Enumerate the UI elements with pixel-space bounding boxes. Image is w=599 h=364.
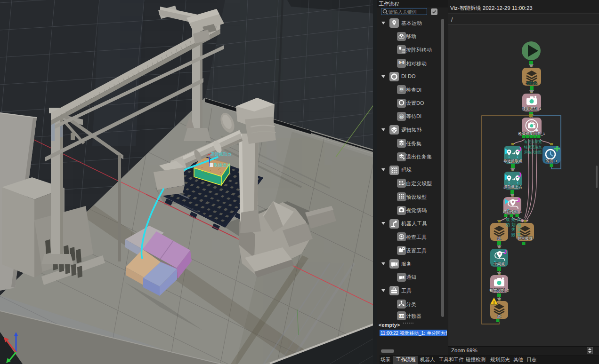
- svg-text:等待_1: 等待_1: [546, 159, 558, 163]
- svg-text:规划失败: 规划失败: [511, 217, 516, 237]
- svg-text:靠近抓取点: 靠近抓取点: [210, 152, 232, 157]
- svg-text:123: 123: [399, 314, 404, 317]
- svg-text:J: J: [518, 145, 521, 152]
- svg-text:!: !: [494, 300, 495, 305]
- svg-text:初始化: 初始化: [526, 81, 537, 85]
- svg-text:取接近点: 取接近点: [214, 163, 231, 167]
- svg-text:DI: DI: [400, 87, 403, 91]
- svg-text:DI: DI: [400, 115, 403, 118]
- svg-text:Viz-智能拆垛 2022-12-29 11:00:23: Viz-智能拆垛 2022-12-29 11:00:23: [450, 5, 533, 11]
- svg-text:有无未采完: 有无未采完: [524, 140, 542, 144]
- svg-text:视觉识别_1: 视觉识别_1: [522, 107, 542, 111]
- svg-text:J: J: [503, 248, 507, 255]
- svg-text:策略成拍照: 策略成拍照: [524, 150, 542, 154]
- svg-text:靠近抓取点: 靠近抓取点: [503, 159, 522, 163]
- svg-text:J: J: [518, 171, 521, 178]
- svg-text:视觉识别_2: 视觉识别_2: [489, 288, 509, 293]
- svg-text:J: J: [517, 197, 520, 204]
- svg-text:抓: 抓: [497, 236, 501, 240]
- svg-text:成功: 成功: [506, 217, 510, 227]
- svg-text:结束完拾点: 结束完拾点: [524, 145, 542, 149]
- svg-text:放: 放: [497, 314, 501, 318]
- svg-text:9·9: 9·9: [398, 60, 405, 65]
- svg-text:抓取点上方: 抓取点上方: [503, 185, 523, 189]
- svg-text:其他异常: 其他异常: [517, 217, 521, 237]
- svg-text:规划移动_1: 规划移动_1: [503, 210, 522, 214]
- svg-text:中间点: 中间点: [494, 262, 505, 266]
